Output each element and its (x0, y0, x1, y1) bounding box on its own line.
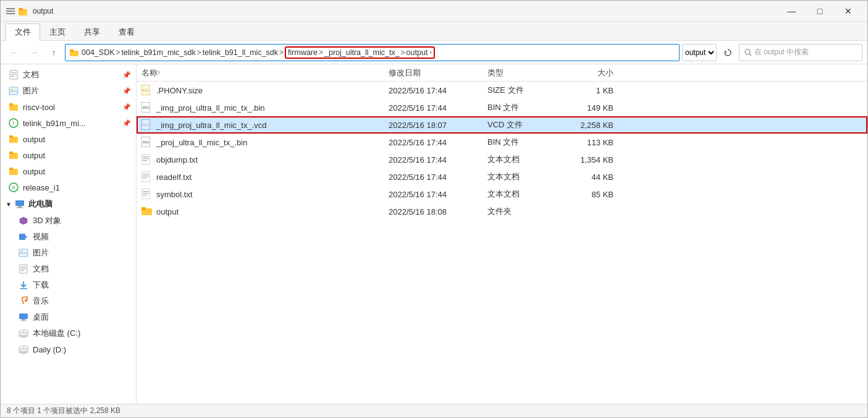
file-name: _img_proj_ultra_ll_mic_tx_.bin (156, 103, 265, 113)
svg-rect-73 (141, 207, 146, 210)
file-type-icon (141, 171, 153, 182)
pin-icon-riscv: 📌 (122, 103, 131, 111)
cdrive-label: 本地磁盘 (C:) (33, 328, 80, 339)
search-box[interactable]: 在 output 中搜索 (739, 44, 862, 61)
sidebar-item-cdrive[interactable]: 本地磁盘 (C:) (1, 325, 136, 341)
path-dropdown[interactable]: output (682, 44, 717, 61)
file-type-icon: SIZE (141, 85, 153, 96)
path-firmware[interactable]: firmware (288, 48, 318, 57)
sidebar-docs-label: 文档 (23, 69, 39, 80)
ddrive-label: Daily (D:) (33, 345, 66, 354)
sidebar-item-documents[interactable]: 文档 (1, 261, 136, 277)
window-menu-icon[interactable] (6, 6, 15, 16)
svg-text:SIZE: SIZE (142, 88, 150, 92)
main-area: 文档 📌 图片 📌 riscv-tool 📌 T (1, 64, 867, 404)
file-date-cell: 2022/5/16 17:44 (384, 168, 482, 186)
col-header-type[interactable]: 类型 (482, 64, 557, 82)
file-list-body: SIZE .PHONY.size 2022/5/16 17:44 SIZE 文件… (137, 82, 867, 404)
refresh-button[interactable] (719, 44, 736, 61)
sidebar-item-output3[interactable]: output (1, 163, 136, 179)
table-row[interactable]: VCD _img_proj_ultra_ll_mic_tx_.vcd 2022/… (137, 116, 867, 134)
file-size-cell: 149 KB (557, 99, 618, 116)
svg-rect-33 (19, 249, 28, 257)
file-date-cell: 2022/5/16 18:07 (384, 116, 482, 134)
file-size-cell: 1 KB (557, 82, 618, 99)
window: output — □ ✕ 文件 主页 共享 查看 ← → ↑ 004_SDK >… (0, 0, 868, 418)
file-name: _img_proj_ultra_ll_mic_tx_.vcd (156, 121, 266, 130)
path-telinkb91ll[interactable]: telink_b91_ll_mic_sdk (203, 48, 278, 57)
sidebar-item-downloads[interactable]: 下载 (1, 277, 136, 293)
tab-home[interactable]: 主页 (40, 23, 75, 40)
tab-file[interactable]: 文件 (6, 23, 40, 41)
file-type-cell: 文本文档 (482, 168, 557, 186)
svg-rect-61 (143, 156, 149, 157)
svg-rect-30 (17, 207, 23, 208)
table-row[interactable]: BIN _proj_ultra_ll_mic_tx_.bin 2022/5/16… (137, 134, 867, 151)
sidebar-output2-label: output (23, 151, 45, 160)
sidebar-item-pictures[interactable]: 图片 (1, 245, 136, 261)
videos-icon (18, 231, 29, 242)
sidebar-item-telink[interactable]: T telink_b91m_mi... 📌 (1, 115, 136, 131)
table-row[interactable]: readelf.txt 2022/5/16 17:44 文本文档 44 KB (137, 168, 867, 186)
path-telinkb91m[interactable]: telink_b91m_mic_sdk (122, 48, 196, 57)
forward-button[interactable]: → (25, 44, 43, 61)
pin-icon-images: 📌 (122, 87, 131, 95)
title-bar-icons (6, 6, 28, 16)
tab-view[interactable]: 查看 (109, 23, 144, 40)
col-header-size[interactable]: 大小 (557, 64, 618, 82)
svg-rect-13 (11, 76, 14, 77)
svg-point-40 (25, 299, 27, 302)
sidebar-telink-label: telink_b91m_mi... (23, 119, 86, 128)
table-row[interactable]: BIN _img_proj_ultra_ll_mic_tx_.bin 2022/… (137, 99, 867, 116)
table-row[interactable]: objdump.txt 2022/5/16 17:44 文本文档 1,354 K… (137, 151, 867, 168)
path-output[interactable]: output (407, 48, 428, 57)
svg-rect-43 (20, 320, 27, 322)
table-row[interactable]: SIZE .PHONY.size 2022/5/16 17:44 SIZE 文件… (137, 82, 867, 99)
sidebar-item-release[interactable]: R release_i1 (1, 179, 136, 195)
status-text: 8 个项目 1 个项目被选中 2,258 KB (7, 406, 120, 416)
sidebar-item-3dobjects[interactable]: 3D 对象 (1, 213, 136, 229)
up-button[interactable]: ↑ (45, 44, 62, 61)
title-bar-controls: — □ ✕ (777, 1, 862, 22)
path-chevron: › (429, 49, 431, 56)
tab-share[interactable]: 共享 (75, 23, 109, 40)
sidebar-item-riscv[interactable]: riscv-tool 📌 (1, 99, 136, 115)
close-button[interactable]: ✕ (834, 1, 862, 22)
minimize-button[interactable]: — (777, 1, 806, 22)
file-size-cell: 85 KB (557, 186, 618, 203)
back-button[interactable]: ← (6, 44, 23, 61)
sidebar-item-ddrive[interactable]: Daily (D:) (1, 341, 136, 357)
maximize-button[interactable]: □ (806, 1, 834, 22)
path-projultra[interactable]: _proj_ultra_ll_mic_tx_ (324, 48, 400, 57)
svg-rect-6 (70, 49, 74, 52)
sidebar-item-desktop[interactable]: 桌面 (1, 309, 136, 325)
svg-rect-25 (9, 168, 13, 170)
sidebar: 文档 📌 图片 📌 riscv-tool 📌 T (1, 64, 137, 404)
svg-rect-21 (9, 135, 13, 138)
sidebar-item-output2[interactable]: output (1, 147, 136, 163)
svg-rect-12 (11, 74, 16, 75)
sidebar-images-label: 图片 (23, 85, 39, 96)
svg-rect-63 (143, 160, 147, 161)
sidebar-item-output1[interactable]: output (1, 131, 136, 147)
table-row[interactable]: symbol.txt 2022/5/16 17:44 文本文档 85 KB (137, 186, 867, 203)
svg-rect-64 (141, 171, 150, 182)
telink-icon: T (8, 117, 19, 129)
release-icon: R (8, 182, 19, 193)
path-004sdk[interactable]: 004_SDK (82, 48, 115, 57)
sidebar-item-docs[interactable]: 文档 📌 (1, 67, 136, 83)
file-name-cell: output (137, 203, 384, 220)
table-row[interactable]: output 2022/5/16 18:08 文件夹 (137, 203, 867, 220)
file-name: symbol.txt (156, 190, 193, 199)
sidebar-section-thispc[interactable]: ▼ 此电脑 (1, 195, 136, 213)
svg-rect-0 (6, 8, 15, 9)
pin-icon-docs: 📌 (122, 71, 131, 79)
file-type-icon (141, 206, 153, 217)
sidebar-item-images[interactable]: 图片 📌 (1, 83, 136, 99)
address-path[interactable]: 004_SDK > telink_b91m_mic_sdk > telink_b… (65, 44, 680, 61)
col-header-date[interactable]: 修改日期 (384, 64, 482, 82)
sidebar-item-videos[interactable]: 视频 (1, 229, 136, 245)
col-header-name[interactable]: 名称 ↑ (137, 64, 384, 82)
sidebar-item-music[interactable]: 音乐 (1, 293, 136, 309)
svg-rect-23 (9, 151, 13, 154)
